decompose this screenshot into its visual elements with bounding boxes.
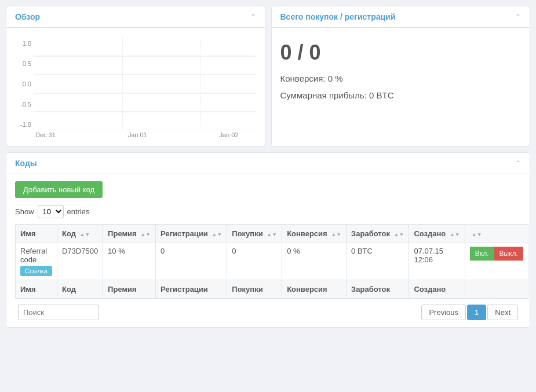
col-actions: ▲▼ <box>465 225 528 243</box>
y-label-3: 0.0 <box>15 80 31 87</box>
previous-button[interactable]: Previous <box>421 305 466 320</box>
stats-collapse-icon[interactable]: ⌃ <box>515 13 521 21</box>
show-entries-row: Show 10 25 50 entries <box>15 205 521 218</box>
link-button[interactable]: Ссылка <box>20 266 52 276</box>
chart-x-labels: Dec 31 Jan 01 Jan 02 <box>15 130 256 138</box>
table-row: Referral code Ссылка D73D7500 10 % 0 0 0… <box>16 243 528 280</box>
col-purchases: Покупки ▲▼ <box>227 225 282 243</box>
pagination: Previous 1 Next <box>421 305 518 320</box>
search-input[interactable] <box>18 305 99 320</box>
codes-collapse-icon[interactable]: ⌃ <box>515 159 521 167</box>
sort-code-icon[interactable]: ▲▼ <box>80 232 90 237</box>
footer-col-premium: Премия <box>103 280 156 299</box>
y-label-2: 0.5 <box>15 60 31 67</box>
entries-label: entries <box>67 207 90 216</box>
y-label-5: -1.0 <box>15 121 31 128</box>
cell-premium: 10 % <box>103 243 156 280</box>
add-code-button[interactable]: Добавить новый код <box>15 181 103 198</box>
codes-body: Добавить новый код Show 10 25 50 entries… <box>6 174 530 327</box>
footer-col-conversion: Конверсия <box>282 280 347 299</box>
cell-registrations: 0 <box>156 243 227 280</box>
page-1-button[interactable]: 1 <box>467 305 486 320</box>
table-header-row: Имя Код ▲▼ Премия ▲▼ Регистрации ▲▼ <box>16 225 528 243</box>
sort-reg-icon[interactable]: ▲▼ <box>212 232 222 237</box>
stats-body: 0 / 0 Конверсия: 0 % Суммарная прибыль: … <box>272 28 530 114</box>
sort-actions-icon[interactable]: ▲▼ <box>472 232 482 237</box>
stats-conversion: Конверсия: 0 % <box>280 74 522 83</box>
chart-container: 1.0 0.5 0.0 -0.5 -1.0 <box>15 35 256 139</box>
x-label-2: Jan 01 <box>128 131 147 138</box>
sort-created-icon[interactable]: ▲▼ <box>450 232 460 237</box>
toggle-on-button[interactable]: Вкл. <box>470 247 494 261</box>
sort-purch-icon[interactable]: ▲▼ <box>267 232 277 237</box>
chart-svg <box>34 38 256 130</box>
col-earnings: Заработок ▲▼ <box>347 225 409 243</box>
overview-body: 1.0 0.5 0.0 -0.5 -1.0 <box>6 28 265 146</box>
cell-conversion: 0 % <box>282 243 347 280</box>
footer-col-registrations: Регистрации <box>156 280 227 299</box>
next-button[interactable]: Next <box>487 305 518 320</box>
col-created: Создано ▲▼ <box>409 225 465 243</box>
footer-col-purchases: Покупки <box>227 280 282 299</box>
overview-header: Обзор ⌃ <box>6 6 265 28</box>
cell-code: D73D7500 <box>57 243 103 280</box>
codes-header: Коды ⌃ <box>6 153 530 174</box>
overview-card: Обзор ⌃ 1.0 0.5 0.0 -0.5 -1.0 <box>6 6 265 146</box>
codes-card: Коды ⌃ Добавить новый код Show 10 25 50 … <box>6 152 530 328</box>
toggle-off-button[interactable]: Выкл. <box>494 247 523 261</box>
stats-profit: Суммарная прибыль: 0 BTC <box>280 90 522 100</box>
x-label-1: Dec 31 <box>35 131 56 138</box>
footer-col-earnings: Заработок <box>347 280 409 299</box>
stats-number: 0 / 0 <box>280 41 522 65</box>
stats-card: Всего покупок / регистраций ⌃ 0 / 0 Конв… <box>271 6 531 146</box>
cell-purchases: 0 <box>227 243 282 280</box>
col-code: Код ▲▼ <box>57 225 103 243</box>
col-conversion: Конверсия ▲▼ <box>282 225 347 243</box>
codes-table: Имя Код ▲▼ Премия ▲▼ Регистрации ▲▼ <box>15 224 528 299</box>
y-label-4: -0.5 <box>15 101 31 108</box>
entries-select[interactable]: 10 25 50 <box>38 205 64 218</box>
cell-created: 07.07.15 12:06 <box>409 243 465 280</box>
toggle-group: Вкл. Выкл. <box>470 247 523 261</box>
cell-name: Referral code Ссылка <box>16 243 57 280</box>
footer-col-created: Создано <box>409 280 465 299</box>
bottom-row: Previous 1 Next <box>15 305 521 320</box>
sort-conv-icon[interactable]: ▲▼ <box>331 232 341 237</box>
show-label: Show <box>15 207 34 216</box>
col-name: Имя <box>16 225 57 243</box>
codes-title: Коды <box>15 159 37 168</box>
sort-earn-icon[interactable]: ▲▼ <box>394 232 404 237</box>
stats-header: Всего покупок / регистраций ⌃ <box>272 6 530 28</box>
col-registrations: Регистрации ▲▼ <box>156 225 227 243</box>
sort-premium-icon[interactable]: ▲▼ <box>140 232 151 237</box>
footer-col-name: Имя <box>16 280 57 299</box>
col-premium: Премия ▲▼ <box>103 225 156 243</box>
cell-toggle: Вкл. Выкл. <box>465 243 528 280</box>
table-footer-row: Имя Код Премия Регистрации Покупки <box>16 280 528 299</box>
footer-col-code: Код <box>57 280 103 299</box>
cell-earnings: 0 BTC <box>347 243 409 280</box>
y-label-1: 1.0 <box>15 40 31 47</box>
footer-col-actions <box>465 280 528 299</box>
overview-title: Обзор <box>15 12 40 21</box>
stats-title: Всего покупок / регистраций <box>280 12 396 21</box>
overview-collapse-icon[interactable]: ⌃ <box>250 13 256 21</box>
x-label-3: Jan 02 <box>219 131 238 138</box>
